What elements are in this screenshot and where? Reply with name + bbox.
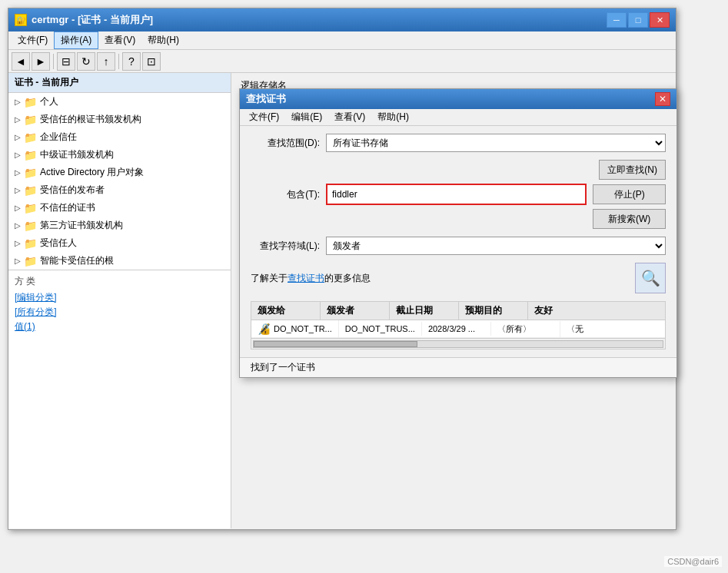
status-text: 找到了一个证书 [251,362,315,373]
tree-item-trusted-publishers[interactable]: ▷ 📁 受信任的发布者 [8,181,231,199]
tree-arrow: ▷ [15,204,21,212]
tree-item-personal[interactable]: ▷ 📁 个人 [8,93,231,111]
stop-button[interactable]: 停止(P) [593,184,666,204]
scroll-track[interactable] [253,340,663,348]
tree-item-untrusted[interactable]: ▷ 📁 不信任的证书 [8,199,231,217]
dialog-menu-file[interactable]: 文件(F) [243,109,285,125]
window-title: certmgr - [证书 - 当前用户] [32,13,607,27]
folder-icon: 📁 [24,184,37,197]
horizontal-scrollbar[interactable] [251,338,665,349]
folder-icon: 📁 [24,202,37,214]
window-controls: ─ □ ✕ [607,12,670,28]
tree-arrow: ▷ [15,186,21,194]
title-bar: 🔐 certmgr - [证书 - 当前用户] ─ □ ✕ [8,8,676,31]
tree-item-smartcard[interactable]: ▷ 📁 智能卡受信任的根 [8,252,231,270]
tree-label: 个人 [40,95,58,108]
dialog-status-bar: 找到了一个证书 [240,357,676,377]
info-text-before: 了解关于 [251,272,288,285]
menu-action[interactable]: 操作(A) [54,31,98,49]
content-area: 证书 - 当前用户 ▷ 📁 个人 ▷ 📁 受信任的根证书颁发机构 ▷ 📁 企业信… [8,73,676,528]
dialog-menu-edit[interactable]: 编辑(E) [285,109,328,125]
refresh-button[interactable]: ↻ [77,52,95,71]
contains-label: 包含(T): [251,188,320,201]
edit-category-link[interactable]: [编辑分类] [15,291,224,304]
issued-to-value: DO_NOT_TR... [274,324,332,333]
table-row[interactable]: 🔏 DO_NOT_TR... DO_NOT_TRUS... 2028/3/29 … [251,320,665,338]
menu-help[interactable]: 帮助(H) [141,32,185,48]
info-text-after: 的更多信息 [324,272,371,285]
back-button[interactable]: ◄ [12,52,30,71]
folder-icon: 📁 [24,96,37,108]
folder-icon: 📁 [24,149,37,161]
dialog-menu-view[interactable]: 查看(V) [328,109,371,125]
tree-arrow: ▷ [15,151,21,159]
tree-item-intermediate[interactable]: ▷ 📁 中级证书颁发机构 [8,146,231,164]
tree-item-active-directory[interactable]: ▷ 📁 Active Directory 用户对象 [8,164,231,181]
watermark: CSDN@dair6 [664,556,722,567]
folder-icon: 📁 [24,167,37,179]
field-row: 查找字符域(L): 颁发者颁发给截止日期 [251,237,666,255]
left-panel: 证书 - 当前用户 ▷ 📁 个人 ▷ 📁 受信任的根证书颁发机构 ▷ 📁 企业信… [8,73,231,528]
search-range-select[interactable]: 所有证书存储个人受信任的根证书颁发机构 [326,134,666,152]
maximize-button[interactable]: □ [628,12,648,28]
folder-icon: 📁 [24,220,37,232]
results-table: 颁发给 颁发者 截止日期 预期目的 友好 🔏 DO_NOT_TR... [251,301,666,349]
menu-view[interactable]: 查看(V) [98,32,141,48]
tree-arrow: ▷ [15,98,21,106]
tree-item-enterprise[interactable]: ▷ 📁 企业信任 [8,128,231,146]
cell-purpose: 〈所有〉 [491,321,560,337]
close-button[interactable]: ✕ [650,12,670,28]
toolbar-separator-2 [118,54,119,69]
find-certificate-dialog: 查找证书 ✕ 文件(F) 编辑(E) 查看(V) 帮助(H) 查找范围(D): [239,88,677,378]
tree-arrow: ▷ [15,221,21,230]
dialog-menu-help[interactable]: 帮助(H) [371,109,415,125]
toolbar: ◄ ► ⊟ ↻ ↑ ? ⊡ [8,50,676,73]
tree-label: 受信任的发布者 [40,184,105,197]
help-button[interactable]: ? [122,52,141,71]
col-issued-by: 颁发者 [321,302,390,320]
cell-friendly: 〈无 [560,321,630,337]
search-input-area [326,184,587,205]
col-issued-to: 颁发给 [251,302,321,320]
tree-label: 中级证书颁发机构 [40,148,114,161]
tree-arrow: ▷ [15,239,21,247]
minimize-button[interactable]: ─ [607,12,627,28]
export-button[interactable]: ↑ [97,52,115,71]
contains-input[interactable] [327,185,585,204]
view-button[interactable]: ⊟ [57,52,75,71]
scroll-thumb[interactable] [254,341,417,347]
cell-issued-to: 🔏 DO_NOT_TR... [251,320,339,337]
all-categories-link[interactable]: [所有分类] [15,306,224,319]
dialog-title-bar: 查找证书 ✕ [240,89,676,109]
left-panel-title: 证书 - 当前用户 [8,73,231,93]
col-friendly: 友好 [528,302,597,320]
dialog-close-button[interactable]: ✕ [655,92,670,106]
tree-arrow: ▷ [15,168,21,177]
right-buttons: 立即查找(N) 停止(P) 新搜索(W) [593,160,666,229]
new-search-button[interactable]: 新搜索(W) [593,209,666,229]
folder-icon: 📁 [24,114,37,126]
tree-item-trusted-root[interactable]: ▷ 📁 受信任的根证书颁发机构 [8,111,231,128]
tree-item-third-party[interactable]: ▷ 📁 第三方证书颁发机构 [8,217,231,234]
field-label: 查找字符域(L): [251,240,320,253]
value-link[interactable]: 值(1) [15,320,224,333]
search-range-control: 所有证书存储个人受信任的根证书颁发机构 [326,134,666,152]
tree-arrow: ▷ [15,257,21,265]
certificate-icon: 🔏 [258,323,271,335]
properties-button[interactable]: ⊡ [142,52,161,71]
tree-label: 企业信任 [40,131,77,144]
tree-label: 受信任人 [40,237,77,250]
folder-icon: 📁 [24,131,37,144]
left-bottom-section: 方 类 [编辑分类] [所有分类] 值(1) [8,270,231,339]
window-icon: 🔐 [15,14,27,26]
tree-item-trusted-people[interactable]: ▷ 📁 受信任人 [8,234,231,252]
tree-label: 不信任的证书 [40,201,95,214]
tree-label: Active Directory 用户对象 [40,166,144,179]
forward-button[interactable]: ► [32,52,50,71]
info-link[interactable]: 查找证书 [288,272,324,285]
table-scroll-area: 🔏 DO_NOT_TR... DO_NOT_TRUS... 2028/3/29 … [251,320,665,338]
menu-file[interactable]: 文件(F) [12,32,54,48]
search-now-button[interactable]: 立即查找(N) [599,160,666,180]
field-select[interactable]: 颁发者颁发给截止日期 [326,237,666,255]
info-row: 了解关于 查找证书 的更多信息 🔍 [251,263,666,293]
